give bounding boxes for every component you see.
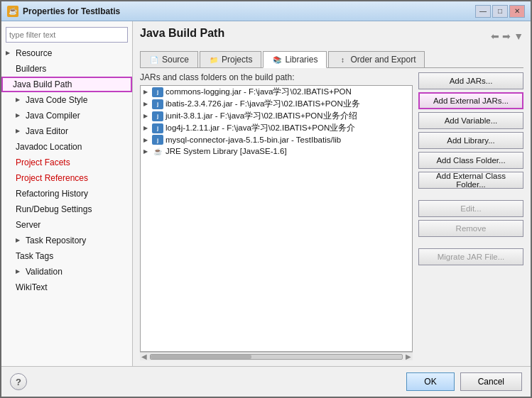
sidebar-item-java-build-path[interactable]: Java Build Path	[1, 77, 132, 92]
sidebar-item-label: Java Code Style	[26, 94, 87, 106]
spacer	[418, 240, 523, 245]
order-icon: ↕	[337, 55, 347, 65]
sidebar: ▶ Resource Builders Java Build Path ▶ Ja…	[1, 21, 133, 366]
tree-item-text: mysql-connector-java-5.1.5-bin.jar - Tes…	[165, 136, 341, 144]
tab-libraries[interactable]: 📚 Libraries	[263, 51, 327, 68]
expand-arrow: ▶	[143, 125, 152, 131]
cancel-button[interactable]: Cancel	[460, 372, 522, 391]
dialog-body: ▶ Resource Builders Java Build Path ▶ Ja…	[1, 21, 531, 366]
help-button[interactable]: ?	[10, 373, 27, 390]
edit-button[interactable]: Edit...	[418, 200, 523, 217]
tab-label: Source	[162, 55, 189, 65]
jre-icon: ☕	[152, 146, 163, 156]
sidebar-item-label: Validation	[26, 265, 63, 278]
expand-arrow: ▶	[143, 148, 152, 155]
jar-icon: j	[152, 87, 163, 97]
tab-label: Libraries	[285, 55, 317, 65]
sidebar-item-wikitext[interactable]: WikiText	[1, 280, 132, 295]
nav-back-button[interactable]: ⬅	[491, 31, 499, 42]
tree-item-jre[interactable]: ▶ ☕ JRE System Library [JavaSE-1.6]	[141, 145, 412, 157]
footer-buttons: OK Cancel	[406, 372, 522, 391]
sidebar-item-label: Task Tags	[16, 250, 53, 262]
add-class-folder-button[interactable]: Add Class Folder...	[418, 152, 523, 169]
sidebar-item-label: WikiText	[16, 281, 48, 294]
tree-item-commons-logging[interactable]: ▶ j commons-logging.jar - F:\java学习\02.I…	[141, 86, 412, 98]
add-library-button[interactable]: Add Library...	[418, 132, 523, 149]
sidebar-item-label: Java Build Path	[13, 78, 72, 91]
jar-icon: j	[152, 111, 163, 121]
tree-item-text: JRE System Library [JavaSE-1.6]	[165, 147, 287, 155]
sidebar-item-label: Resource	[16, 47, 52, 60]
sidebar-item-label: Task Repository	[26, 234, 86, 247]
ok-button[interactable]: OK	[406, 372, 454, 391]
add-external-jars-button[interactable]: Add External JARs...	[418, 92, 523, 109]
spacer	[418, 192, 523, 197]
path-label: JARs and class folders on the build path…	[140, 72, 413, 82]
scroll-right-arrow[interactable]: ▶	[406, 353, 411, 360]
dropdown-arrow[interactable]: ▼	[514, 31, 523, 42]
sidebar-item-run-debug[interactable]: Run/Debug Settings	[1, 201, 132, 217]
tree-item-junit[interactable]: ▶ j junit-3.8.1.jar - F:\java学习\02.IBATI…	[141, 110, 412, 122]
title-bar: ☕ Properties for TestIbatis — □ ✕	[1, 1, 531, 21]
tree-item-text: ibatis-2.3.4.726.jar - F:\java学习\02.IBAT…	[165, 99, 360, 109]
sidebar-item-javadoc-location[interactable]: Javadoc Location	[1, 139, 132, 155]
tab-projects[interactable]: 📁 Projects	[200, 51, 261, 67]
add-external-class-folder-button[interactable]: Add External Class Folder...	[418, 172, 523, 189]
sidebar-item-label: Java Editor	[26, 125, 68, 138]
title-controls: — □ ✕	[475, 5, 525, 18]
arrow-icon: ▶	[16, 265, 23, 278]
sidebar-item-java-code-style[interactable]: ▶ Java Code Style	[1, 92, 132, 108]
sidebar-item-java-editor[interactable]: ▶ Java Editor	[1, 123, 132, 139]
scrollbar-track[interactable]	[150, 354, 403, 360]
sidebar-item-java-compiler[interactable]: ▶ Java Compiler	[1, 108, 132, 123]
sidebar-item-label: Run/Debug Settings	[16, 203, 92, 216]
sidebar-item-label: Builders	[16, 62, 46, 75]
arrow-icon: ▶	[16, 234, 23, 247]
scrollbar-thumb[interactable]	[151, 355, 251, 359]
jar-icon: j	[152, 135, 163, 145]
migrate-jar-button[interactable]: Migrate JAR File...	[418, 248, 523, 265]
tree-item-log4j[interactable]: ▶ j log4j-1.2.11.jar - F:\java学习\02.IBAT…	[141, 122, 412, 134]
sidebar-item-refactoring-history[interactable]: Refactoring History	[1, 186, 132, 201]
search-input[interactable]	[6, 27, 128, 43]
add-variable-button[interactable]: Add Variable...	[418, 112, 523, 129]
tree-container[interactable]: ▶ j commons-logging.jar - F:\java学习\02.I…	[140, 85, 413, 352]
add-jars-button[interactable]: Add JARs...	[418, 72, 523, 89]
arrow-icon: ▶	[16, 125, 23, 138]
maximize-button[interactable]: □	[492, 5, 508, 18]
sidebar-item-server[interactable]: Server	[1, 217, 132, 233]
main-panel: Java Build Path ⬅ ➡ ▼ 📄 Source 📁 Project…	[133, 21, 531, 366]
source-icon: 📄	[149, 55, 159, 65]
tab-source[interactable]: 📄 Source	[140, 51, 198, 67]
nav-forward-button[interactable]: ➡	[502, 31, 511, 42]
sidebar-item-task-repository[interactable]: ▶ Task Repository	[1, 233, 132, 248]
sidebar-item-validation[interactable]: ▶ Validation	[1, 264, 132, 280]
jar-icon: j	[152, 123, 163, 133]
tree-item-ibatis[interactable]: ▶ j ibatis-2.3.4.726.jar - F:\java学习\02.…	[141, 98, 412, 110]
left-content: JARs and class folders on the build path…	[140, 72, 413, 360]
sidebar-item-builders[interactable]: Builders	[1, 61, 132, 77]
remove-button[interactable]: Remove	[418, 220, 523, 237]
sidebar-item-label: Server	[16, 219, 40, 231]
projects-icon: 📁	[209, 55, 219, 65]
panel-title: Java Build Path	[140, 27, 224, 40]
dialog-footer: ? OK Cancel	[1, 366, 531, 397]
sidebar-item-label: Project Facets	[16, 156, 70, 169]
sidebar-item-label: Project References	[16, 172, 88, 184]
arrow-icon: ▶	[16, 109, 23, 122]
content-area: JARs and class folders on the build path…	[140, 72, 523, 360]
scroll-left-arrow[interactable]: ◀	[141, 353, 147, 360]
horizontal-scrollbar[interactable]: ◀ ▶	[140, 352, 413, 360]
sidebar-item-project-references[interactable]: Project References	[1, 170, 132, 186]
sidebar-item-project-facets[interactable]: Project Facets	[1, 155, 132, 170]
tree-item-text: commons-logging.jar - F:\java学习\02.IBATI…	[165, 87, 352, 97]
tree-item-mysql[interactable]: ▶ j mysql-connector-java-5.1.5-bin.jar -…	[141, 134, 412, 145]
tab-order-export[interactable]: ↕ Order and Export	[328, 51, 425, 67]
dialog-title: Properties for TestIbatis	[23, 6, 120, 16]
close-button[interactable]: ✕	[509, 5, 525, 18]
expand-arrow: ▶	[143, 113, 152, 119]
sidebar-item-task-tags[interactable]: Task Tags	[1, 248, 132, 264]
tab-label: Order and Export	[350, 55, 416, 65]
minimize-button[interactable]: —	[475, 5, 491, 18]
sidebar-item-resource[interactable]: ▶ Resource	[1, 45, 132, 61]
